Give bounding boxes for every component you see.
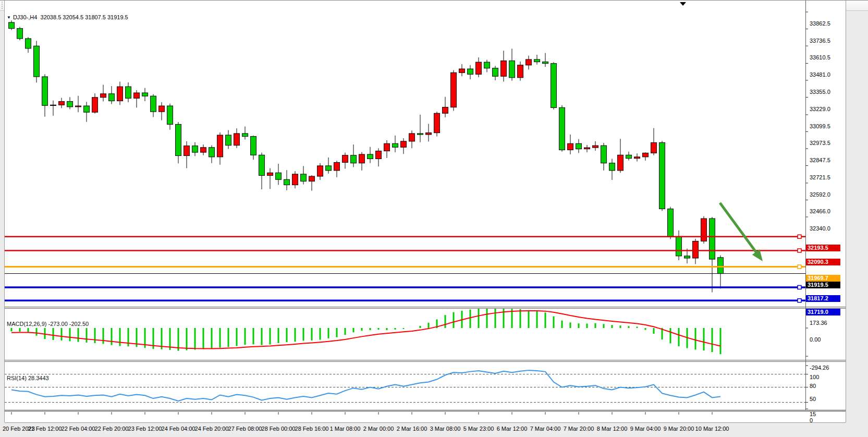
candle-body xyxy=(618,155,624,171)
candle-body xyxy=(443,107,448,114)
time-axis-label: 8 Mar 12:00 xyxy=(597,426,628,432)
candle-body xyxy=(192,146,198,152)
time-axis-label: 20 Feb 2023 xyxy=(3,426,35,432)
time-axis-label: 24 Feb 04:00 xyxy=(162,426,195,432)
candle-body xyxy=(59,102,65,105)
time-axis-label: 2 Mar 00:00 xyxy=(363,426,394,432)
time-axis-label: 22 Feb 20:00 xyxy=(95,426,129,432)
candle-body xyxy=(9,22,15,29)
candle-body xyxy=(376,151,382,159)
candle-body xyxy=(543,62,548,64)
candle-body xyxy=(267,173,273,175)
candle-body xyxy=(176,124,181,155)
candle-body xyxy=(434,113,440,132)
candle-body xyxy=(626,155,632,158)
candle-body xyxy=(401,141,407,147)
candle-body xyxy=(226,135,231,145)
candle-body xyxy=(134,93,140,98)
candle-body xyxy=(509,61,515,78)
candle-body xyxy=(42,77,48,105)
candle-body xyxy=(317,166,323,176)
candle-body xyxy=(484,62,490,68)
candle-body xyxy=(101,94,106,98)
time-axis-label: 7 Mar 04:00 xyxy=(530,426,561,432)
candle-body xyxy=(476,62,482,74)
candle-body xyxy=(710,218,715,259)
candle-body xyxy=(251,137,256,155)
candle-body xyxy=(359,154,365,163)
candle-body xyxy=(242,133,248,137)
line-handle[interactable] xyxy=(798,235,801,238)
chart-canvas[interactable] xyxy=(0,0,868,426)
time-axis-label: 2 Mar 16:00 xyxy=(397,426,427,432)
candle-body xyxy=(292,174,298,185)
time-axis-label: 5 Mar 23:00 xyxy=(463,426,494,432)
candle-body xyxy=(701,218,707,241)
time-axis-label: 28 Feb 16:00 xyxy=(295,426,329,432)
candle-body xyxy=(526,59,532,65)
candle-body xyxy=(92,98,98,112)
mt4-window: 新订单 自动交易 ▼ ▼ ▼ E F A T ▼ M1M5M1 xyxy=(0,0,868,437)
time-axis-label: 9 Mar 20:00 xyxy=(664,426,694,432)
candle-body xyxy=(284,179,290,185)
candle-body xyxy=(34,46,40,77)
candle-body xyxy=(76,106,81,107)
candle-body xyxy=(84,106,90,112)
time-axis-label: 6 Mar 12:00 xyxy=(497,426,528,432)
time-axis-label: 24 Feb 20:00 xyxy=(195,426,229,432)
line-handle[interactable] xyxy=(798,265,801,269)
candle-body xyxy=(584,148,590,149)
candle-body xyxy=(534,59,540,62)
candle-body xyxy=(501,61,507,77)
candle-body xyxy=(259,155,265,175)
candle-body xyxy=(26,39,31,48)
time-axis-label: 22 Feb 04:00 xyxy=(62,426,95,432)
time-axis-label: 27 Feb 08:00 xyxy=(228,426,262,432)
candle-body xyxy=(418,133,423,135)
candle-body xyxy=(643,153,649,156)
candle-body xyxy=(51,105,56,105)
candle-body xyxy=(117,87,123,101)
time-axis-label: 28 Feb 00:00 xyxy=(262,426,296,432)
candle-body xyxy=(326,166,332,171)
candle-body xyxy=(676,237,682,256)
time-axis-label: 21 Feb 12:00 xyxy=(28,426,62,432)
candle-body xyxy=(601,145,607,163)
candle-body xyxy=(468,69,473,74)
time-axis-label: 1 Mar 08:00 xyxy=(330,426,361,432)
line-handle[interactable] xyxy=(798,249,801,252)
time-axis-label: 7 Mar 20:00 xyxy=(564,426,594,432)
candle-body xyxy=(142,93,148,96)
candle-body xyxy=(351,155,357,163)
candle-body xyxy=(718,258,724,274)
time-axis-label: 3 Mar 08:00 xyxy=(430,426,461,432)
candle-body xyxy=(384,143,390,151)
candle-body xyxy=(651,143,657,153)
candle-body xyxy=(126,87,131,98)
candle-body xyxy=(576,143,582,149)
candle-body xyxy=(451,72,457,107)
chart-background xyxy=(5,1,846,422)
candle-body xyxy=(668,209,674,237)
line-handle[interactable] xyxy=(798,299,801,302)
candle-body xyxy=(693,241,699,258)
candle-body xyxy=(659,143,665,209)
candle-body xyxy=(426,133,432,135)
candle-body xyxy=(368,154,373,159)
candle-body xyxy=(459,69,465,72)
candle-body xyxy=(151,96,156,112)
time-axis-label: 9 Mar 04:00 xyxy=(630,426,661,432)
candle-body xyxy=(217,135,223,157)
candle-body xyxy=(634,157,640,159)
candle-body xyxy=(518,65,523,78)
candle-body xyxy=(343,155,348,163)
candle-body xyxy=(309,176,315,181)
candle-body xyxy=(234,133,240,145)
candle-body xyxy=(201,148,206,152)
candle-body xyxy=(334,162,340,170)
candle-body xyxy=(593,145,598,148)
candle-body xyxy=(493,68,498,76)
line-handle[interactable] xyxy=(798,285,801,289)
candle-body xyxy=(109,94,115,101)
candle-body xyxy=(551,64,557,108)
